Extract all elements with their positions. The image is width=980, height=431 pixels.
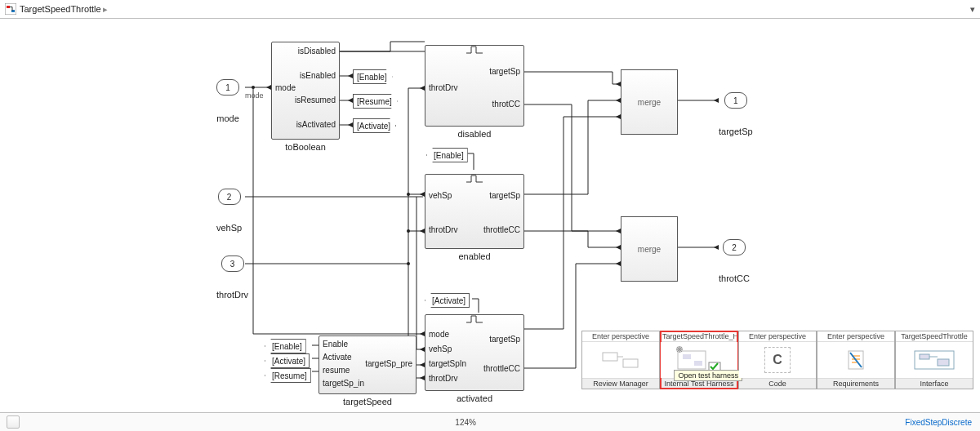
diagram-canvas[interactable]: 1mode mode 2vehSp 3throtDrv mode isDisab… xyxy=(0,19,980,409)
block-activated[interactable]: mode targetSp vehSp targetSpIn throttleC… xyxy=(425,314,524,391)
block-enabled[interactable]: vehSp targetSp throtDrv throttleCC enabl… xyxy=(425,174,524,249)
svg-rect-17 xyxy=(938,359,949,366)
inport-label: mode xyxy=(216,113,239,123)
code-icon: C xyxy=(764,347,791,373)
block-toboolean[interactable]: mode isDisabled isEnabled isResumed isAc… xyxy=(271,42,340,140)
outport-throtcc[interactable]: 2throtCC xyxy=(719,239,750,283)
block-targetspeed[interactable]: Enable Activate resume targetSp_in targe… xyxy=(318,335,416,394)
breadcrumb-title[interactable]: TargetSpeedThrottle xyxy=(20,4,101,14)
goto-resume[interactable]: [Resume] xyxy=(353,94,398,109)
from-enable-ts[interactable]: [Enable] xyxy=(265,339,306,353)
dropdown-icon[interactable]: ▾ xyxy=(970,4,975,15)
from-resume-ts[interactable]: [Resume] xyxy=(265,368,311,383)
solver-label[interactable]: FixedStepDiscrete xyxy=(905,418,972,427)
tooltip: Open test harness xyxy=(674,370,742,381)
simulink-icon xyxy=(5,3,16,15)
interface-icon xyxy=(910,346,959,374)
trigger-icon xyxy=(463,173,486,184)
chevron-right-icon: ▸ xyxy=(103,4,108,15)
signal-label: mode xyxy=(245,91,264,100)
svg-point-4 xyxy=(407,229,410,233)
svg-rect-7 xyxy=(603,353,617,361)
inport-throtdrv[interactable]: 3throtDrv xyxy=(216,255,248,300)
perspective-review[interactable]: Enter perspective Review Manager xyxy=(581,331,660,389)
svg-rect-0 xyxy=(5,3,16,15)
perspective-requirements[interactable]: Enter perspective Requirements xyxy=(817,331,895,389)
status-bar: 124% FixedStepDiscrete xyxy=(0,412,980,431)
perspective-bar: Enter perspective Review Manager TargetS… xyxy=(581,331,973,389)
from-activate-ts[interactable]: [Activate] xyxy=(265,353,310,368)
svg-rect-10 xyxy=(683,354,691,359)
from-activate[interactable]: [Activate] xyxy=(425,293,470,308)
inport-mode[interactable]: 1mode xyxy=(216,79,239,123)
block-disabled[interactable]: targetSp throtDrv throtCC disabled xyxy=(425,45,524,127)
perspective-interface[interactable]: TargetSpeedThrottle Interface xyxy=(895,331,973,389)
svg-point-6 xyxy=(252,86,255,89)
merge-throtcc[interactable]: merge xyxy=(621,216,678,282)
svg-point-3 xyxy=(407,193,410,196)
svg-rect-16 xyxy=(920,354,929,359)
status-indicator-icon[interactable] xyxy=(7,415,20,429)
outport-targetsp[interactable]: 1targetSp xyxy=(719,92,753,136)
inport-badge: 1 xyxy=(216,79,239,96)
svg-rect-1 xyxy=(7,6,10,8)
zoom-level[interactable]: 124% xyxy=(455,418,476,427)
svg-rect-8 xyxy=(623,359,638,367)
breadcrumb[interactable]: TargetSpeedThrottle ▸ ▾ xyxy=(0,0,980,19)
trigger-icon xyxy=(463,44,486,56)
requirements-icon xyxy=(844,348,868,372)
perspective-harness[interactable]: TargetSpeedThrottle_Harness Open test ha… xyxy=(660,331,738,389)
svg-rect-9 xyxy=(678,351,706,369)
goto-activate[interactable]: [Activate] xyxy=(353,118,396,133)
trigger-icon xyxy=(463,313,486,325)
from-enable[interactable]: [Enable] xyxy=(426,148,468,162)
review-icon xyxy=(600,348,641,372)
svg-rect-11 xyxy=(694,361,702,366)
merge-targetsp[interactable]: merge xyxy=(621,69,678,135)
inport-vehsp[interactable]: 2vehSp xyxy=(216,189,242,233)
goto-enable[interactable]: [Enable] xyxy=(353,69,393,84)
svg-point-5 xyxy=(407,262,410,265)
perspective-code[interactable]: Enter perspective C Code xyxy=(738,331,817,389)
